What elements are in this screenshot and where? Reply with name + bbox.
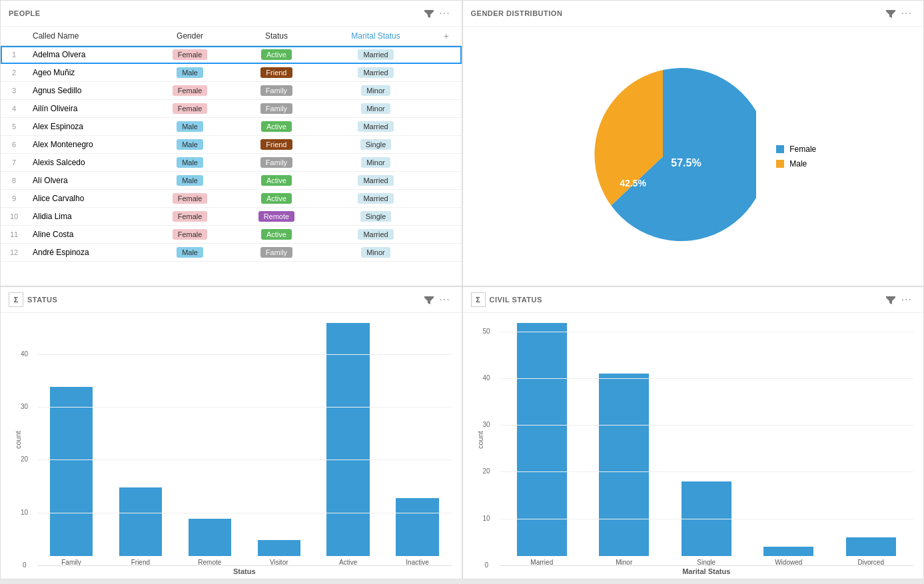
row-extra — [431, 190, 461, 208]
table-row[interactable]: 6 Alex Montenegro Male Friend Single — [1, 136, 462, 154]
row-marital: Married — [320, 226, 432, 244]
gridline-30-label: 30 — [21, 403, 28, 410]
table-row[interactable]: 3 Agnus Sedillo Female Family Minor — [1, 82, 462, 100]
row-gender: Female — [147, 46, 232, 64]
civil-more-icon[interactable]: ··· — [899, 292, 914, 307]
col-gender[interactable]: Gender — [147, 27, 232, 46]
row-gender: Male — [147, 118, 232, 136]
gridline-30: 30 — [37, 407, 452, 408]
status-header: Σ STATUS ··· — [1, 287, 462, 313]
status-content: count 0 10 20 30 — [1, 313, 462, 579]
row-name: Ageo Muñiz — [27, 64, 147, 82]
row-name: Alidia Lima — [27, 208, 147, 226]
row-num: 6 — [1, 136, 27, 154]
row-num: 12 — [1, 244, 27, 262]
civil-x-label: Marital Status — [500, 567, 914, 575]
table-row[interactable]: 12 André Espinoza Male Family Minor — [1, 244, 462, 262]
civil-status-panel: Σ CIVIL STATUS ··· count 0 — [462, 286, 925, 579]
gender-more-icon[interactable]: ··· — [899, 6, 914, 21]
row-status: Remote — [232, 208, 320, 226]
table-row[interactable]: 2 Ageo Muñiz Male Friend Married — [1, 64, 462, 82]
gender-header: GENDER DISTRIBUTION ··· — [463, 1, 924, 27]
row-gender: Male — [147, 136, 232, 154]
gender-filter-icon[interactable] — [883, 6, 898, 21]
table-row[interactable]: 1 Adelma Olvera Female Active Married — [1, 46, 462, 64]
table-row[interactable]: 7 Alexis Salcedo Male Family Minor — [1, 154, 462, 172]
row-name: André Espinoza — [27, 244, 147, 262]
civil-sigma-icon[interactable]: Σ — [471, 292, 486, 307]
status-panel: Σ STATUS ··· count 0 — [0, 286, 462, 579]
gender-panel: GENDER DISTRIBUTION ··· 57.5% 42.5% — [462, 0, 925, 286]
row-num: 3 — [1, 82, 27, 100]
row-gender: Female — [147, 208, 232, 226]
row-marital: Minor — [320, 82, 432, 100]
row-name: Alex Montenegro — [27, 136, 147, 154]
row-gender: Male — [147, 64, 232, 82]
table-row[interactable]: 10 Alidia Lima Female Remote Single — [1, 208, 462, 226]
row-marital: Minor — [320, 154, 432, 172]
people-title: PEOPLE — [9, 9, 422, 17]
people-filter-icon[interactable] — [422, 6, 436, 21]
row-status: Active — [232, 226, 320, 244]
row-status: Family — [232, 244, 320, 262]
pie-legend: Female Male — [776, 145, 816, 168]
gridline-20-label: 20 — [21, 455, 28, 463]
gridline-40: 40 — [37, 354, 452, 355]
table-row[interactable]: 4 Ailín Oliveira Female Family Minor — [1, 100, 462, 118]
row-gender: Female — [147, 100, 232, 118]
row-name: Alí Olvera — [27, 172, 147, 190]
row-extra — [431, 172, 461, 190]
row-marital: Married — [320, 172, 432, 190]
people-table-container[interactable]: Called Name Gender Status Marital Status… — [1, 27, 462, 286]
row-name: Alex Espinoza — [27, 118, 147, 136]
people-panel: PEOPLE ··· Called Name Gender Status — [0, 0, 462, 286]
row-marital: Single — [320, 136, 432, 154]
row-marital: Minor — [320, 244, 432, 262]
row-name: Alexis Salcedo — [27, 154, 147, 172]
female-dot — [776, 145, 784, 153]
col-name[interactable]: Called Name — [27, 27, 147, 46]
civil-filter-icon[interactable] — [883, 292, 898, 307]
row-num: 10 — [1, 208, 27, 226]
status-x-label: Status — [37, 567, 452, 575]
row-extra — [431, 46, 461, 64]
civil-gridline-10: 10 — [500, 519, 914, 519]
status-more-icon[interactable]: ··· — [438, 292, 452, 307]
row-marital: Married — [320, 46, 432, 64]
civil-header: Σ CIVIL STATUS ··· — [463, 287, 924, 313]
table-row[interactable]: 11 Aline Costa Female Active Married — [1, 226, 462, 244]
row-name: Ailín Oliveira — [27, 100, 147, 118]
row-gender: Female — [147, 226, 232, 244]
civil-gridline-0: 0 — [500, 565, 914, 566]
row-num: 7 — [1, 154, 27, 172]
row-status: Family — [232, 82, 320, 100]
row-extra — [431, 208, 461, 226]
row-status: Friend — [232, 136, 320, 154]
row-name: Alice Carvalho — [27, 190, 147, 208]
gridline-0: 0 — [37, 565, 452, 566]
gridline-20: 20 — [37, 459, 452, 460]
civil-gridlines: 0 10 20 30 40 — [500, 323, 914, 566]
table-row[interactable]: 5 Alex Espinoza Male Active Married — [1, 118, 462, 136]
col-add[interactable]: + — [431, 27, 461, 46]
table-row[interactable]: 8 Alí Olvera Male Active Married — [1, 172, 462, 190]
row-marital: Single — [320, 208, 432, 226]
row-extra — [431, 136, 461, 154]
col-status[interactable]: Status — [232, 27, 320, 46]
status-sigma-icon[interactable]: Σ — [9, 292, 23, 307]
col-num — [1, 27, 27, 46]
col-marital[interactable]: Marital Status — [320, 27, 432, 46]
people-more-icon[interactable]: ··· — [438, 6, 452, 21]
table-row[interactable]: 9 Alice Carvalho Female Active Married — [1, 190, 462, 208]
civil-content: count 0 10 20 30 — [463, 313, 924, 579]
legend-female: Female — [776, 145, 816, 154]
row-gender: Male — [147, 154, 232, 172]
status-filter-icon[interactable] — [422, 292, 436, 307]
row-num: 1 — [1, 46, 27, 64]
gridline-10-label: 10 — [21, 509, 28, 516]
row-marital: Married — [320, 64, 432, 82]
row-num: 2 — [1, 64, 27, 82]
gridline-10: 10 — [37, 513, 452, 513]
status-gridlines: 0 10 20 30 40 — [37, 323, 452, 566]
row-gender: Female — [147, 190, 232, 208]
